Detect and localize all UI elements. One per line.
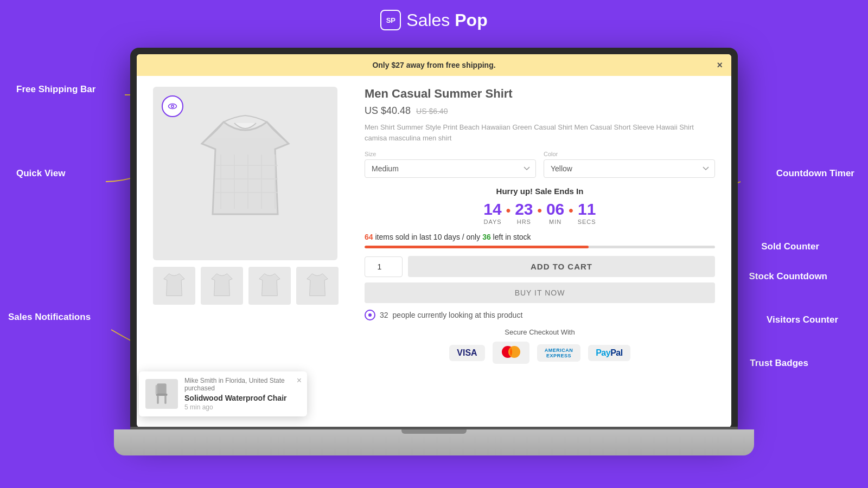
annotation-free-shipping: Free Shipping Bar <box>16 84 95 95</box>
header: SP Sales Pop <box>0 0 868 38</box>
hrs-number: 23 <box>515 201 533 217</box>
color-label: Color <box>544 151 715 157</box>
thumbnail-row <box>153 267 354 305</box>
popup-chair-icon <box>151 381 173 407</box>
countdown-dot-1: • <box>506 203 510 218</box>
size-selector-group: Size Medium Small Large XL <box>365 151 536 178</box>
min-label: MIN <box>546 219 564 225</box>
thumbnail-4[interactable] <box>296 267 339 305</box>
days-label: DAYS <box>483 219 501 225</box>
countdown-secs: 11 SECS <box>578 201 596 225</box>
sold-text-before: items sold in last 10 days / only <box>375 233 482 241</box>
popup-close-button[interactable]: × <box>297 376 302 386</box>
annotation-trust-badges: Trust Badges <box>750 358 808 369</box>
screen-frame: Only $27 away from free shipping. × <box>130 48 738 434</box>
color-selector-group: Color Yellow Blue Red White <box>544 151 715 178</box>
annotation-quick-view: Quick View <box>16 168 65 179</box>
annotation-countdown-timer: Countdown Timer <box>776 168 854 179</box>
paypal-badge: PayPal <box>588 345 630 361</box>
countdown-label: Hurry up! Sale Ends In <box>365 187 715 196</box>
trust-badges-row: VISA AMERICANEXPRESS PayPal <box>365 342 715 364</box>
main-product-image <box>153 87 337 260</box>
shirt-illustration <box>191 111 299 236</box>
left-number: 36 <box>482 233 491 241</box>
color-select[interactable]: Yellow Blue Red White <box>544 159 715 178</box>
countdown-dot-2: • <box>538 203 542 218</box>
svg-point-1 <box>171 105 174 108</box>
laptop-frame: Only $27 away from free shipping. × <box>130 48 738 466</box>
logo-icon: SP <box>380 10 401 30</box>
laptop-base <box>114 429 754 455</box>
annotation-visitors-counter: Visitors Counter <box>767 314 838 325</box>
days-number: 14 <box>483 201 501 217</box>
price-original: US $6.40 <box>416 107 448 115</box>
countdown-dot-3: • <box>569 203 573 218</box>
visitors-count: 32 <box>380 311 388 319</box>
sold-counter-text: 64 items sold in last 10 days / only 36 … <box>365 233 715 241</box>
quantity-input[interactable] <box>365 256 403 277</box>
product-info: Men Casual Summer Shirt US $40.48 US $6.… <box>354 87 715 412</box>
trust-label: Secure Checkout With <box>365 328 715 336</box>
thumb-shirt-4 <box>304 271 331 301</box>
sales-notification-popup: Mike Smith in Florida, United State purc… <box>139 371 307 416</box>
mastercard-icon <box>500 345 522 359</box>
quick-view-button[interactable] <box>162 95 183 117</box>
popup-user-text: Mike Smith in Florida, United State purc… <box>184 377 301 392</box>
min-number: 06 <box>546 201 564 217</box>
mastercard-badge <box>493 342 529 364</box>
product-description: Men Shirt Summer Style Print Beach Hawai… <box>365 122 715 143</box>
visitors-text: people currently looking at this product <box>393 311 523 319</box>
variant-selectors: Size Medium Small Large XL Color Ye <box>365 151 715 178</box>
hrs-label: HRS <box>515 219 533 225</box>
visitors-dot <box>368 313 372 317</box>
svg-rect-10 <box>157 383 166 394</box>
annotation-sold-counter: Sold Counter <box>761 241 819 252</box>
annotation-stock-countdown: Stock Countdown <box>749 271 827 282</box>
svg-point-0 <box>169 104 177 109</box>
add-to-cart-row: ADD TO CART <box>365 256 715 277</box>
eye-icon <box>168 101 177 111</box>
secs-number: 11 <box>578 201 596 217</box>
trust-badges-section: Secure Checkout With VISA AMERICANEXPR <box>365 328 715 364</box>
popup-product-name: Solidwood Waterproof Chair <box>184 394 301 402</box>
shipping-bar-close-button[interactable]: × <box>717 60 723 71</box>
thumbnail-2[interactable] <box>201 267 243 305</box>
thumb-shirt-1 <box>161 271 188 301</box>
sold-number: 64 <box>365 233 373 241</box>
popup-content: Mike Smith in Florida, United State purc… <box>184 377 301 411</box>
popup-product-image <box>145 379 178 409</box>
svg-rect-13 <box>164 395 166 404</box>
thumbnail-1[interactable] <box>153 267 195 305</box>
product-title: Men Casual Summer Shirt <box>365 87 715 101</box>
thumbnail-3[interactable] <box>248 267 291 305</box>
visitors-counter-row: 32 people currently looking at this prod… <box>365 310 715 320</box>
amex-badge: AMERICANEXPRESS <box>537 344 581 362</box>
product-images: Mike Smith in Florida, United State purc… <box>153 87 354 412</box>
app-title: Sales Pop <box>406 10 487 30</box>
product-area: Mike Smith in Florida, United State purc… <box>137 76 731 423</box>
price-current: US $40.48 <box>365 105 411 117</box>
countdown-days: 14 DAYS <box>483 201 501 225</box>
size-label: Size <box>365 151 536 157</box>
visitors-icon <box>365 310 375 320</box>
buy-now-button[interactable]: BUY IT NOW <box>365 282 715 303</box>
sold-text-after: left in stock <box>493 233 531 241</box>
svg-rect-14 <box>156 384 157 394</box>
annotation-sales-notifications: Sales Notifications <box>8 312 91 323</box>
countdown-timer-section: Hurry up! Sale Ends In 14 DAYS • 23 HRS <box>365 187 715 225</box>
countdown-min: 06 MIN <box>546 201 564 225</box>
product-price: US $40.48 US $6.40 <box>365 105 715 117</box>
secs-label: SECS <box>578 219 596 225</box>
thumb-shirt-2 <box>208 271 235 301</box>
countdown-hrs: 23 HRS <box>515 201 533 225</box>
stock-bar-fill <box>365 246 589 248</box>
screen-content: Only $27 away from free shipping. × <box>137 54 731 427</box>
add-to-cart-button[interactable]: ADD TO CART <box>408 256 715 277</box>
size-select[interactable]: Medium Small Large XL <box>365 159 536 178</box>
shipping-bar-message: Only $27 away from free shipping. <box>372 61 495 69</box>
stock-progress-bar <box>365 246 715 248</box>
thumb-shirt-3 <box>256 271 283 301</box>
visa-badge: VISA <box>449 345 484 361</box>
countdown-boxes: 14 DAYS • 23 HRS • 06 MIN <box>365 201 715 225</box>
popup-time: 5 min ago <box>184 403 301 411</box>
